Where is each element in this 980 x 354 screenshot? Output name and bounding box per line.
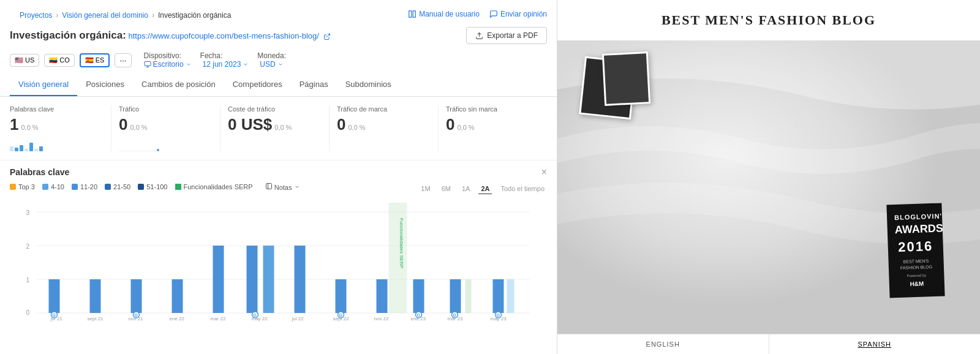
title-row: Investigación orgánica: https://www.cupo… (0, 24, 557, 49)
notes-icon (265, 183, 273, 190)
breadcrumb: Proyectos › Visión general del dominio ›… (10, 5, 241, 23)
more-flags-button[interactable]: ··· (115, 53, 131, 67)
message-icon (489, 10, 498, 18)
manual-link[interactable]: Manual de usuario (408, 10, 480, 18)
chevron-down-date-icon (243, 61, 249, 67)
chart-time-filters: 1M 6M 1A 2A Todo el tiempo (418, 184, 547, 194)
svg-rect-22 (90, 279, 101, 313)
legend-top3: Top 3 (10, 183, 35, 190)
footer-tab-english[interactable]: ENGLISH (557, 334, 769, 354)
flag-es[interactable]: 🇪🇸 ES (80, 53, 110, 67)
tabs-bar: Visión general Posiciones Cambios de pos… (0, 73, 557, 97)
svg-text:G: G (254, 313, 257, 317)
chart-section: Palabras clave × Top 3 4-10 11-20 (0, 160, 557, 354)
svg-rect-0 (409, 11, 412, 18)
svg-text:G: G (453, 313, 457, 317)
right-panel: BEST MEN'S FASHION BLOG (557, 0, 980, 354)
export-button[interactable]: Exportar a PDF (466, 27, 547, 44)
external-link-icon (323, 33, 331, 40)
date-selector[interactable]: 12 jun 2023 (203, 60, 249, 69)
left-panel: Proyectos › Visión general del dominio ›… (0, 0, 557, 354)
svg-rect-37 (295, 246, 306, 313)
svg-rect-39 (336, 279, 347, 313)
metric-trafico-sin-marca: Tráfico sin marca 0 0,0 % (439, 105, 547, 151)
device-selector[interactable]: Escritorio (144, 60, 192, 69)
blog-image-bg: BLOGLOVIN' AWARDS 2016 BEST MEN'SFASHION… (557, 40, 980, 334)
legend-21-50: 21-50 (105, 183, 130, 190)
time-1m[interactable]: 1M (418, 184, 432, 194)
metric-trafico: Tráfico 0 0,0 % (111, 105, 221, 151)
svg-text:jul 22: jul 22 (292, 316, 304, 322)
chart-svg: 3 2 1 0 Funcionalidades SERP jul 2 (10, 200, 547, 322)
chevron-down-icon (186, 61, 192, 67)
feedback-link[interactable]: Enviar opinión (489, 10, 547, 18)
svg-text:G: G (53, 313, 56, 317)
svg-rect-32 (247, 246, 258, 313)
breadcrumb-proyectos[interactable]: Proyectos (20, 11, 52, 20)
award-card: BLOGLOVIN' AWARDS 2016 BEST MEN'SFASHION… (886, 203, 944, 298)
chart-area: 3 2 1 0 Funcionalidades SERP jul 2 (10, 200, 547, 322)
svg-rect-55 (507, 279, 514, 313)
time-6m[interactable]: 6M (439, 184, 453, 194)
tab-posiciones[interactable]: Posiciones (77, 73, 133, 96)
domain-url[interactable]: https://www.cupofcouple.com/best-mens-fa… (129, 31, 319, 40)
tab-competidores[interactable]: Competidores (224, 73, 291, 96)
page-title: Investigación orgánica: https://www.cupo… (10, 29, 331, 42)
chart-title: Palabras clave (10, 167, 69, 177)
chart-legend: Top 3 4-10 11-20 21-50 51-100 (10, 183, 300, 191)
mini-chart-trafico (119, 137, 213, 151)
tab-cambios[interactable]: Cambios de posición (133, 73, 224, 96)
blog-image: BLOGLOVIN' AWARDS 2016 BEST MEN'SFASHION… (557, 40, 980, 334)
svg-text:mar 22: mar 22 (211, 316, 226, 322)
metric-trafico-marca: Tráfico de marca 0 0,0 % (330, 105, 439, 151)
svg-text:Funcionalidades SERP: Funcionalidades SERP (399, 218, 404, 268)
notes-button[interactable]: Notas (265, 183, 300, 191)
top-bar-right: Manual de usuario Enviar opinión (408, 10, 547, 18)
svg-text:3: 3 (26, 209, 30, 216)
blog-title: BEST MEN'S FASHION BLOG (570, 12, 968, 28)
svg-text:1: 1 (26, 277, 30, 284)
svg-text:sept 21: sept 21 (88, 316, 104, 322)
legend-4-10: 4-10 (42, 183, 64, 190)
tab-paginas[interactable]: Páginas (291, 73, 337, 96)
upload-icon (475, 32, 483, 40)
device-info: Dispositivo: Escritorio Fecha: 12 jun 20… (144, 51, 286, 69)
chevron-down-currency-icon (277, 61, 284, 67)
flag-co[interactable]: 🇨🇴 CO (44, 54, 75, 67)
metric-coste: Coste de tráfico 0 US$ 0,0 % (221, 105, 330, 151)
currency-selector[interactable]: USD (260, 60, 286, 69)
svg-text:nov 22: nov 22 (374, 316, 390, 322)
svg-rect-24 (131, 279, 142, 313)
chart-close-button[interactable]: × (541, 167, 547, 178)
breadcrumb-vision[interactable]: Visión general del dominio (62, 11, 148, 20)
svg-rect-45 (413, 279, 424, 313)
breadcrumb-current: Investigación orgánica (158, 11, 231, 20)
footer-tab-spanish[interactable]: SPANISH (769, 334, 981, 354)
tab-subdominios[interactable]: Subdominios (337, 73, 400, 96)
svg-line-2 (326, 34, 330, 37)
blog-footer: ENGLISH SPANISH (557, 334, 980, 354)
time-1a[interactable]: 1A (459, 184, 472, 194)
chart-header: Palabras clave × (10, 167, 547, 178)
svg-rect-30 (213, 246, 224, 313)
photo-2 (602, 51, 650, 106)
svg-rect-43 (377, 279, 388, 313)
svg-rect-33 (263, 246, 274, 313)
metric-palabras-clave: Palabras clave 1 0,0 % (10, 105, 111, 151)
svg-text:ene 22: ene 22 (170, 316, 185, 322)
legend-51-100: 51-100 (138, 183, 167, 190)
svg-text:G: G (135, 313, 138, 317)
tab-vision-general[interactable]: Visión general (10, 73, 77, 96)
flags-row: 🇺🇸 US 🇨🇴 CO 🇪🇸 ES ··· Dispositivo: Escri… (0, 49, 557, 73)
metrics-row: Palabras clave 1 0,0 % Tráfico 0 0,0 % (0, 97, 557, 160)
svg-text:G: G (339, 313, 343, 317)
time-2a[interactable]: 2A (478, 184, 492, 194)
blog-header: BEST MEN'S FASHION BLOG (557, 0, 980, 40)
flag-us[interactable]: 🇺🇸 US (10, 54, 39, 67)
time-todo[interactable]: Todo el tiempo (498, 184, 547, 194)
svg-rect-49 (450, 279, 461, 313)
svg-rect-28 (172, 279, 183, 313)
legend-serp: Funcionalidades SERP (175, 183, 253, 190)
legend-11-20: 11-20 (72, 183, 97, 190)
svg-rect-1 (413, 11, 415, 18)
